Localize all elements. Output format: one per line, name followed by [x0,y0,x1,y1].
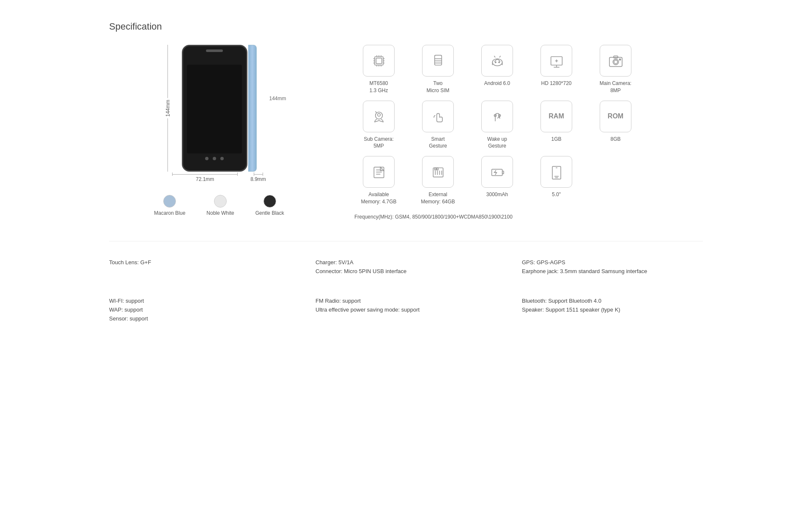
swatch-label-blue: Macaron Blue [154,210,185,216]
spec-detail2-col1: WI-FI: support WAP: support Sensor: supp… [109,297,290,323]
wap: WAP: support [109,306,290,315]
spec-icon-main-cam [600,45,631,77]
spec-icon-display [540,45,572,77]
swatch-macaron-blue[interactable]: Macaron Blue [154,195,185,216]
spec-label-display: HD 1280*720 [541,80,571,87]
spec-icon-rom-text: ROM [608,112,623,120]
phone-wrapper: 144mm [182,45,257,172]
spec-os: Android 6.0 [473,45,521,94]
spec-label-main-cam: Main Camera:8MP [600,80,631,94]
svg-line-23 [494,56,495,57]
spec-battery: 3000mAh [473,156,521,205]
spec-icon-ram: RAM [540,101,572,132]
swatch-circle-white [214,195,227,208]
phone-width-label: 72.1mm [196,176,214,182]
spec-sim: TwoMicro SIM [414,45,462,94]
spec-detail2-col2: FM Radio: support Ultra effective power … [315,297,497,323]
svg-rect-33 [614,56,618,58]
phone-height-label: 144mm [165,98,171,118]
page-title: Specification [109,21,703,32]
swatch-label-black: Gentle Black [255,210,284,216]
power-saving: Ultra effective power saving mode: suppo… [315,306,497,315]
color-swatches: Macaron Blue Noble White Gentle Black [154,195,284,216]
spec-label-smart-gesture: SmartGesture [429,136,447,150]
swatch-noble-white[interactable]: Noble White [206,195,234,216]
spec-ext-mem: ExternalMemory: 64GB [414,156,462,205]
spec-label-cpu: MT65801.3 GHz [369,80,388,94]
spec-icon-rom: ROM [600,101,631,132]
charger: Charger: 5V/1A [315,258,497,267]
phone-thickness-label: 8.9mm [250,176,266,182]
fm-radio: FM Radio: support [315,297,497,306]
spec-cpu: MT65801.3 GHz [354,45,403,94]
speaker: Speaker: Support 1511 speaker (type K) [522,306,703,315]
svg-rect-1 [376,58,381,63]
svg-rect-14 [434,55,442,65]
spec-icon-avail-mem [363,156,395,188]
sensor: Sensor: support [109,315,290,323]
spec-grid: MT65801.3 GHz TwoMicro SIM [354,45,640,205]
spec-details-grid2: WI-FI: support WAP: support Sensor: supp… [109,297,703,323]
frequency-label: Frequency(MHz): GSM4, 850/900/1800/1900+… [354,214,640,220]
spec-icon-wakeup [481,101,513,132]
phone-height-side-label: 144mm [269,96,286,101]
svg-point-36 [377,113,380,116]
spec-icon-screen-size [540,156,572,188]
connector: Connector: Micro 5PIN USB interface [315,267,497,276]
spec-detail-col1: Touch Lens: G+F [109,258,290,276]
spec-label-ram: 1GB [551,136,561,143]
spec-details-section2: WI-FI: support WAP: support Sensor: supp… [109,297,703,323]
swatch-circle-blue [163,195,176,208]
spec-details-section1: Touch Lens: G+F Charger: 5V/1A Connector… [109,241,703,276]
svg-rect-49 [434,168,436,170]
swatch-label-white: Noble White [206,210,234,216]
spec-label-avail-mem: AvailableMemory: 4.7GB [361,191,396,205]
phone-front [182,45,247,172]
svg-rect-52 [502,171,503,174]
svg-point-32 [614,60,617,63]
spec-display: HD 1280*720 [532,45,581,94]
spec-icon-sub-cam [363,101,395,132]
bluetooth: Bluetooth: Support Bluetooth 4.0 [522,297,703,306]
phone-screen [187,65,242,153]
spec-smart-gesture: SmartGesture [414,101,462,150]
phone-home-row [183,157,246,160]
phone-area: 144mm [109,45,329,216]
spec-label-ext-mem: ExternalMemory: 64GB [421,191,455,205]
spec-label-screen-size: 5.0" [552,191,561,198]
swatch-gentle-black[interactable]: Gentle Black [255,195,284,216]
wifi: WI-FI: support [109,297,290,306]
spec-detail-col2: Charger: 5V/1A Connector: Micro 5PIN USB… [315,258,497,276]
svg-line-24 [499,56,501,57]
swatch-circle-black [263,195,276,208]
spec-label-rom: 8GB [610,136,620,143]
spec-icon-ext-mem [422,156,454,188]
spec-label-os: Android 6.0 [484,80,510,87]
phone-side [248,45,257,172]
spec-icon-smart-gesture [422,101,454,132]
spec-rom: ROM 8GB [591,101,640,150]
main-content: 144mm [109,45,703,220]
home-dot-3 [220,157,224,160]
phone-dims-row: 72.1mm 8.9mm [172,174,266,182]
spec-icon-sim [422,45,454,77]
spec-ram: RAM 1GB [532,101,581,150]
svg-point-34 [619,59,620,60]
spec-icon-cpu [363,45,395,77]
spec-label-sub-cam: Sub Camera:5MP [364,136,394,150]
spec-icon-ram-text: RAM [549,112,564,120]
earphone: Earphone jack: 3.5mm standard Samsung in… [522,267,703,276]
touch-lens: Touch Lens: G+F [109,258,290,267]
spec-detail2-col3: Bluetooth: Support Bluetooth 4.0 Speaker… [522,297,703,323]
spec-avail-mem: AvailableMemory: 4.7GB [354,156,403,205]
svg-point-21 [495,62,496,63]
gps: GPS: GPS-AGPS [522,258,703,267]
spec-wakeup: Wake upGesture [473,101,521,150]
spec-details-grid1: Touch Lens: G+F Charger: 5V/1A Connector… [109,258,703,276]
svg-rect-54 [552,166,561,179]
spec-detail-col3: GPS: GPS-AGPS Earphone jack: 3.5mm stand… [522,258,703,276]
home-dot-1 [205,157,208,160]
home-dot-2 [213,157,216,160]
spec-icon-battery [481,156,513,188]
spec-label-battery: 3000mAh [486,191,508,198]
